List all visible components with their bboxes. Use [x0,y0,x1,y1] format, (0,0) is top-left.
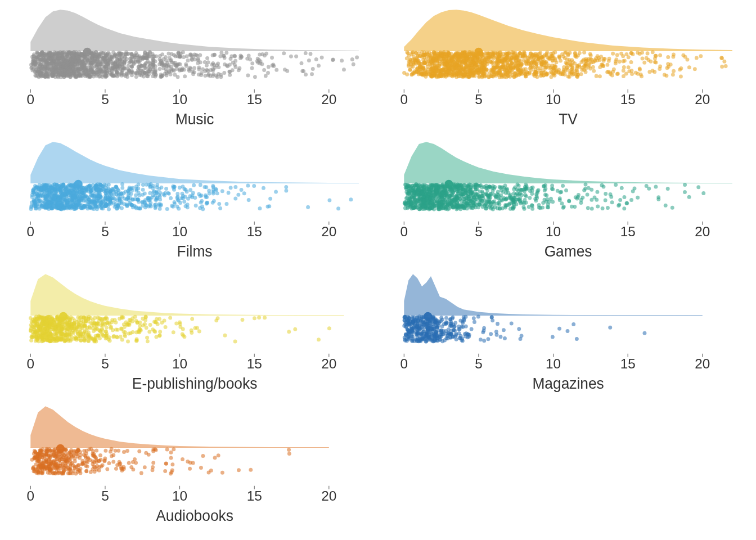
svg-point-3539 [32,188,35,192]
svg-point-1346 [62,73,66,76]
svg-point-1783 [646,51,650,55]
svg-point-5585 [45,328,49,332]
svg-point-1317 [51,62,55,66]
svg-point-5784 [608,326,612,330]
svg-point-1334 [30,69,34,73]
svg-point-3816 [33,205,37,209]
svg-point-2790 [474,63,478,67]
svg-point-4380 [604,198,608,202]
svg-point-6032 [410,333,414,337]
svg-point-1239 [122,61,126,65]
svg-point-3843 [182,187,186,191]
svg-point-1313 [71,58,75,62]
svg-point-4722 [590,207,594,211]
svg-point-4688 [683,190,687,194]
svg-point-798 [246,73,250,77]
svg-point-4913 [476,184,480,188]
svg-point-2279 [566,53,570,57]
svg-point-6439 [62,465,66,469]
svg-point-5610 [55,330,59,334]
panel-audio: 05101520Audiobooks [18,401,364,529]
svg-point-2347 [683,55,687,59]
svg-point-5986 [495,333,499,337]
svg-point-6236 [181,457,184,461]
svg-point-3681 [155,196,159,200]
svg-point-5583 [105,317,109,321]
svg-point-2737 [454,72,458,76]
svg-point-6380 [153,447,157,451]
svg-point-2206 [699,54,703,58]
svg-point-1214 [159,73,163,76]
svg-point-6007 [472,320,476,324]
svg-point-2756 [559,59,562,63]
svg-point-1388 [264,52,268,56]
svg-point-1358 [66,60,70,64]
svg-point-3658 [191,191,195,195]
tick-label: 15 [620,356,636,371]
svg-point-3837 [93,204,97,208]
svg-point-3732 [188,194,192,198]
svg-point-442 [314,57,318,61]
svg-point-3571 [171,205,175,209]
svg-point-2561 [517,73,521,77]
svg-point-3850 [70,183,74,187]
svg-point-3846 [143,205,147,209]
svg-point-2034 [621,59,625,63]
tick-label: 10 [172,92,187,107]
svg-point-2640 [426,58,430,62]
svg-point-4524 [564,188,568,192]
tick-label: 15 [620,224,636,239]
svg-point-2423 [607,59,611,63]
svg-point-2409 [536,60,539,64]
svg-point-2787 [457,63,461,67]
tick-label: 10 [546,92,561,107]
svg-point-3844 [55,204,59,208]
svg-point-6183 [151,468,155,472]
svg-point-6016 [444,316,448,320]
svg-point-3608 [107,207,111,211]
svg-point-5596 [86,332,90,336]
svg-point-5517 [34,339,38,343]
svg-point-4904 [421,185,425,189]
svg-point-1114 [309,52,313,56]
svg-point-6347 [111,460,115,464]
svg-point-4829 [442,200,446,204]
svg-point-280 [352,62,356,66]
svg-point-3810 [43,195,47,199]
svg-point-3855 [115,206,119,210]
density-area [30,274,344,315]
svg-point-4891 [451,206,455,210]
svg-point-4890 [441,191,445,195]
svg-point-1379 [119,68,123,71]
svg-point-2718 [516,68,520,71]
svg-point-2654 [439,52,443,56]
svg-point-2720 [587,65,591,69]
svg-point-3687 [141,188,145,192]
svg-point-1191 [233,59,237,63]
svg-point-4860 [485,193,489,197]
svg-point-1222 [74,70,78,74]
svg-point-6322 [186,460,190,464]
svg-point-1130 [169,73,173,76]
svg-point-4812 [493,185,497,189]
svg-point-2759 [528,55,532,58]
svg-point-3807 [48,204,52,208]
svg-point-6031 [422,323,426,327]
svg-point-5960 [407,322,411,326]
svg-point-2796 [575,75,579,79]
svg-point-5286 [136,321,140,325]
svg-point-2782 [467,68,471,71]
tick-label: 0 [400,356,408,371]
svg-point-3612 [99,205,103,209]
svg-point-1315 [88,73,92,77]
svg-point-5616 [68,331,71,335]
tick-label: 0 [27,224,35,239]
svg-point-2513 [561,55,565,58]
svg-point-2620 [512,56,516,60]
svg-point-3156 [262,186,266,190]
svg-point-1096 [55,51,58,55]
svg-point-1160 [127,71,130,75]
svg-point-4906 [524,187,528,191]
svg-point-92 [350,57,354,61]
svg-point-1288 [39,53,43,57]
